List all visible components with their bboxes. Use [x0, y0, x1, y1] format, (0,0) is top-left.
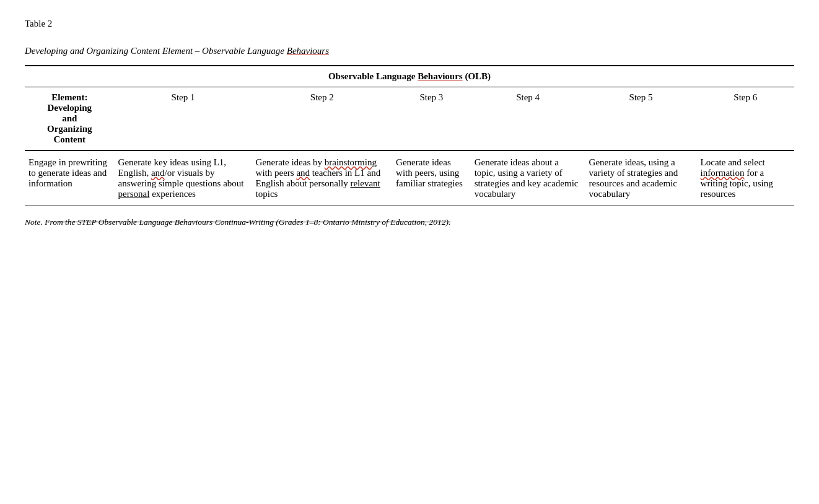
behaviours-underline-header: Behaviours: [418, 71, 463, 81]
step2-header: Step 2: [252, 87, 393, 151]
col1-cell: Generate key ideas using L1, English, an…: [115, 150, 252, 206]
step5-header: Step 5: [585, 87, 697, 151]
note-label: Note.: [25, 217, 43, 227]
personal-underline: personal: [118, 189, 150, 199]
col4-cell: Generate ideas about a topic, using a va…: [471, 150, 585, 206]
column-headers-row: Element: DevelopingandOrganizingContent …: [25, 87, 794, 151]
note-section: Note. From the STEP Observable Language …: [25, 217, 794, 227]
and-underline: and: [151, 168, 165, 178]
step4-header: Step 4: [471, 87, 585, 151]
element-bold: Element: [51, 92, 84, 102]
col3-cell: Generate ideas with peers, using familia…: [392, 150, 471, 206]
col2-cell: Generate ideas by brainstorming with pee…: [252, 150, 393, 206]
caption-underline: Behaviours: [287, 46, 329, 56]
brainstorming-underline: brainstorming: [325, 157, 377, 167]
note-text: From the STEP Observable Language Behavi…: [45, 217, 450, 227]
main-table: Observable Language Behaviours (OLB) Ele…: [25, 65, 794, 206]
table-caption: Developing and Organizing Content Elemen…: [25, 46, 794, 56]
step1-header: Step 1: [115, 87, 252, 151]
step6-header: Step 6: [697, 87, 794, 151]
and2-underline: and: [296, 168, 310, 178]
main-header-cell: Observable Language Behaviours (OLB): [25, 66, 794, 87]
element-header: Element: DevelopingandOrganizingContent: [25, 87, 115, 151]
step3-header: Step 3: [392, 87, 471, 151]
col6-cell: Locate and select information for a writ…: [697, 150, 794, 206]
col0-cell: Engage in prewriting to generate ideas a…: [25, 150, 115, 206]
col5-cell: Generate ideas, using a variety of strat…: [585, 150, 697, 206]
table-label: Table 2: [25, 19, 794, 29]
caption-text: Developing and Organizing Content Elemen…: [25, 46, 287, 56]
header-row-main: Observable Language Behaviours (OLB): [25, 66, 794, 87]
relevant-underline: relevant: [350, 178, 380, 188]
information-underline: information: [701, 168, 745, 178]
table-row: Engage in prewriting to generate ideas a…: [25, 150, 794, 206]
